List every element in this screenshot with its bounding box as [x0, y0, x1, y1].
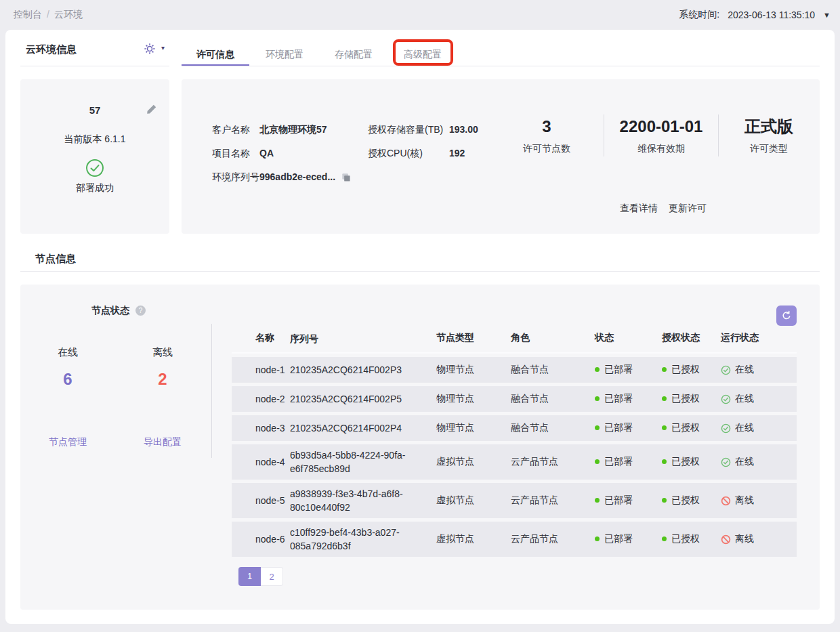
node-status: 已部署	[595, 422, 662, 434]
node-run-status: 在线	[721, 364, 797, 376]
node-type: 虚拟节点	[436, 494, 511, 507]
env-summary-card: 57 当前版本 6.1.1 部署成功	[20, 79, 169, 234]
tab-env-config[interactable]: 环境配置	[251, 43, 318, 66]
chevron-down-icon[interactable]: ▼	[823, 11, 831, 19]
status-dot-icon	[595, 425, 600, 430]
offline-status-icon	[721, 534, 731, 545]
auth-text: 已授权	[671, 422, 700, 433]
breadcrumb: 控制台/云环境	[14, 9, 83, 21]
node-name: node-3	[232, 423, 290, 434]
env-panel-title: 云环境信息	[26, 43, 77, 56]
table-row[interactable]: node-2 210235A2CQ6214F002P5 物理节点 融合节点 已部…	[232, 386, 797, 412]
gear-icon[interactable]	[144, 43, 156, 55]
node-serial: 210235A2CQ6214F002P4	[290, 421, 436, 435]
status-text: 已部署	[604, 494, 633, 505]
status-text: 已部署	[604, 422, 633, 433]
tab-bar: 许可信息 环境配置 存储配置 高级配置	[182, 43, 457, 66]
online-label: 在线	[41, 346, 95, 359]
breadcrumb-cloud-env[interactable]: 云环境	[54, 9, 83, 20]
column-header: 角色	[511, 332, 595, 345]
node-auth-status: 已授权	[662, 393, 721, 405]
status-dot-icon	[662, 459, 667, 464]
customer-name-value: 北京物理环境57	[259, 122, 368, 137]
tab-label: 许可信息	[196, 49, 234, 60]
page-button-2[interactable]: 2	[261, 567, 283, 586]
project-name-value: QA	[259, 146, 368, 161]
node-name: node-4	[232, 457, 290, 467]
tab-license-info[interactable]: 许可信息	[182, 43, 249, 66]
field-label: 客户名称	[212, 122, 259, 137]
page-button-1[interactable]: 1	[238, 567, 261, 586]
node-type: 物理节点	[436, 422, 511, 434]
node-section-title: 节点信息	[35, 253, 76, 266]
offline-label: 离线	[135, 346, 190, 359]
table-row[interactable]: node-6 c10ff929-bef4-43b3-a027-085a792d6…	[232, 522, 797, 557]
env-serial-value: 996adb2e-eced...	[259, 169, 368, 184]
node-serial: 6b93d5a4-5bb8-4224-90fa-e6f785ecb89d	[290, 448, 436, 476]
view-detail-link[interactable]: 查看详情	[620, 203, 658, 215]
node-status: 已部署	[595, 533, 662, 545]
license-info-card: 客户名称 北京物理环境57 授权存储容量(TB) 193.00 项目名称 QA …	[182, 79, 820, 234]
help-icon[interactable]: ?	[135, 306, 146, 316]
node-status: 已部署	[595, 364, 662, 376]
online-count: 6	[41, 370, 95, 389]
node-info-card: 节点状态 ? 在线 离线 6 2 节点管理 导出配置 名称 序列号 节点类型 角…	[20, 285, 820, 610]
table-row[interactable]: node-4 6b93d5a4-5bb8-4224-90fa-e6f785ecb…	[232, 444, 797, 480]
status-dot-icon	[595, 498, 600, 503]
node-table-header: 名称 序列号 节点类型 角色 状态 授权状态 运行状态	[232, 332, 797, 354]
gear-dropdown-caret-icon[interactable]: ▾	[161, 44, 165, 51]
node-role: 融合节点	[511, 422, 595, 434]
table-row[interactable]: node-3 210235A2CQ6214F002P4 物理节点 融合节点 已部…	[232, 415, 797, 441]
status-text: 已部署	[604, 456, 633, 467]
node-auth-status: 已授权	[662, 456, 721, 468]
stat-value: 正式版	[719, 116, 819, 138]
breadcrumb-console[interactable]: 控制台	[14, 9, 42, 20]
node-name: node-6	[232, 534, 290, 545]
node-auth-status: 已授权	[662, 364, 721, 376]
stat-license-type: 正式版 许可类型	[719, 116, 819, 155]
node-auth-status: 已授权	[662, 533, 721, 545]
export-config-link[interactable]: 导出配置	[135, 436, 190, 448]
node-run-status: 在线	[721, 422, 797, 434]
field-label: 授权CPU(核)	[368, 146, 449, 161]
deploy-status: 部署成功	[20, 182, 169, 194]
node-role: 融合节点	[511, 364, 595, 376]
run-text: 在线	[735, 422, 754, 434]
node-role: 融合节点	[511, 393, 595, 405]
refresh-icon	[781, 310, 792, 321]
license-actions: 查看详情 更新许可	[620, 203, 707, 215]
node-run-status: 离线	[721, 494, 797, 507]
status-dot-icon	[662, 425, 667, 430]
refresh-button[interactable]	[776, 306, 797, 326]
stat-label: 维保有效期	[604, 143, 718, 155]
status-dot-icon	[595, 396, 600, 401]
status-dot-icon	[595, 459, 600, 464]
auth-text: 已授权	[671, 494, 700, 505]
node-run-status: 离线	[721, 533, 797, 545]
node-table-body: node-1 210235A2CQ6214F002P3 物理节点 融合节点 已部…	[232, 357, 797, 557]
status-text: 已部署	[604, 533, 633, 544]
node-name: node-2	[232, 394, 290, 404]
column-header: 授权状态	[662, 332, 721, 345]
divider	[182, 66, 820, 66]
status-dot-icon	[595, 536, 600, 541]
copy-icon[interactable]	[341, 172, 351, 182]
column-header: 状态	[595, 332, 662, 345]
node-status: 已部署	[595, 393, 662, 405]
status-dot-icon	[662, 536, 667, 541]
update-license-link[interactable]: 更新许可	[669, 203, 707, 215]
tab-storage-config[interactable]: 存储配置	[320, 43, 387, 66]
node-role: 云产品节点	[511, 456, 595, 468]
online-status-icon	[721, 423, 731, 434]
table-row[interactable]: node-5 a9838939-f3e3-4b7d-a6f8-80c10e440…	[232, 483, 797, 518]
license-stats: 3 许可节点数 2200-01-01 维保有效期 正式版 许可类型	[490, 114, 819, 156]
node-role: 云产品节点	[511, 533, 595, 545]
tab-advanced-config[interactable]: 高级配置	[389, 43, 457, 66]
edit-icon[interactable]	[146, 104, 157, 114]
node-manage-link[interactable]: 节点管理	[41, 436, 95, 448]
run-text: 在线	[735, 364, 754, 376]
divider	[20, 66, 169, 66]
table-row[interactable]: node-1 210235A2CQ6214F002P3 物理节点 融合节点 已部…	[232, 357, 797, 383]
auth-text: 已授权	[671, 533, 700, 544]
node-status: 已部署	[595, 494, 662, 507]
